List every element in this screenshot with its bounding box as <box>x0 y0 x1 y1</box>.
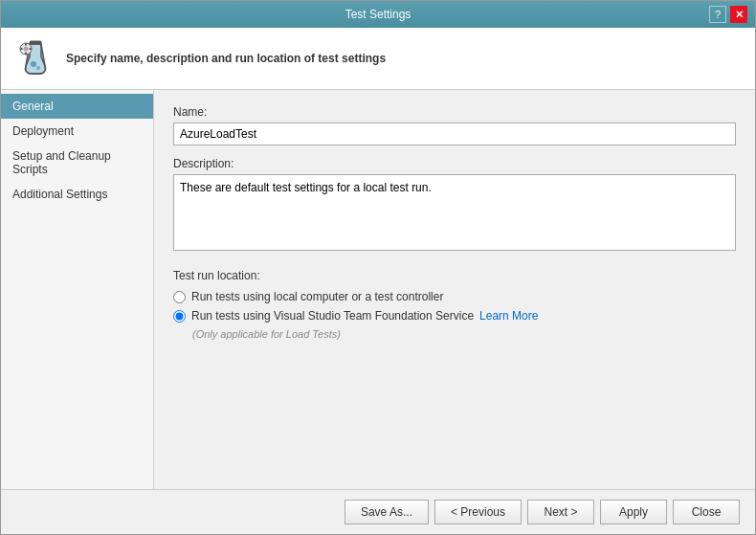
svg-rect-5 <box>25 44 27 46</box>
title-bar: Test Settings ? ✕ <box>1 1 755 28</box>
footer: Save As... < Previous Next > Apply Close <box>1 489 755 534</box>
help-button[interactable]: ? <box>709 6 726 23</box>
radio-tfs-option: Run tests using Visual Studio Team Found… <box>173 309 736 323</box>
apply-button[interactable]: Apply <box>600 500 667 524</box>
next-button[interactable]: Next > <box>527 500 594 524</box>
sidebar-item-deployment[interactable]: Deployment <box>1 119 153 144</box>
close-dialog-button[interactable]: Close <box>673 500 740 524</box>
radio-local-input[interactable] <box>173 291 186 303</box>
main-window: Test Settings ? ✕ Speci <box>0 0 756 535</box>
name-input[interactable] <box>173 123 736 145</box>
close-button[interactable]: ✕ <box>730 6 747 23</box>
app-icon <box>16 39 55 78</box>
svg-point-4 <box>24 47 29 52</box>
sidebar: General Deployment Setup and Cleanup Scr… <box>1 90 154 489</box>
name-label: Name: <box>173 105 736 119</box>
header-text: Specify name, description and run locati… <box>66 52 386 65</box>
radio-tfs-input[interactable] <box>173 310 186 323</box>
sidebar-item-setup-cleanup[interactable]: Setup and Cleanup Scripts <box>1 144 153 182</box>
radio-local-option: Run tests using local computer or a test… <box>173 290 736 303</box>
svg-rect-7 <box>21 48 23 50</box>
test-run-location-label: Test run location: <box>173 269 736 282</box>
window-controls: ? ✕ <box>709 6 747 23</box>
radio-local-label[interactable]: Run tests using local computer or a test… <box>191 290 443 303</box>
description-field-group: Description: These are default test sett… <box>173 157 736 254</box>
content-area: Name: Description: These are default tes… <box>154 90 755 489</box>
svg-point-1 <box>31 61 36 67</box>
save-as-button[interactable]: Save As... <box>345 500 429 524</box>
svg-point-2 <box>36 66 40 70</box>
learn-more-link[interactable]: Learn More <box>479 309 538 323</box>
sidebar-item-general[interactable]: General <box>1 94 153 119</box>
name-field-group: Name: <box>173 105 736 145</box>
header-section: Specify name, description and run locati… <box>1 28 755 90</box>
main-content: General Deployment Setup and Cleanup Scr… <box>1 90 755 489</box>
svg-rect-8 <box>30 48 32 50</box>
radio-tfs-label[interactable]: Run tests using Visual Studio Team Found… <box>191 309 474 323</box>
previous-button[interactable]: < Previous <box>434 500 522 524</box>
window-title: Test Settings <box>47 8 709 21</box>
sidebar-item-additional[interactable]: Additional Settings <box>1 182 153 207</box>
description-textarea[interactable]: These are default test settings for a lo… <box>173 174 736 251</box>
test-run-section: Test run location: Run tests using local… <box>173 269 736 340</box>
svg-rect-6 <box>25 53 27 55</box>
tfs-note: (Only applicable for Load Tests) <box>192 328 736 340</box>
description-label: Description: <box>173 157 736 170</box>
